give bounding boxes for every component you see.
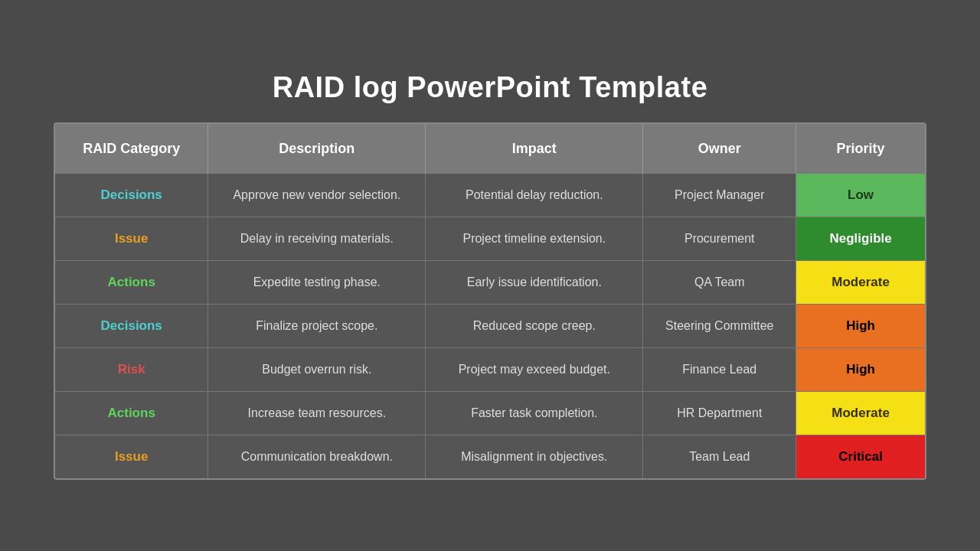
category-label: Decisions [101, 187, 162, 202]
priority-cell: High [796, 305, 925, 348]
table-row: IssueDelay in receiving materials.Projec… [55, 217, 925, 261]
description-cell: Finalize project scope. [208, 305, 426, 348]
priority-cell: Moderate [796, 261, 925, 305]
owner-cell: Team Lead [643, 435, 796, 479]
priority-badge: High [796, 348, 925, 391]
table-header-row: RAID Category Description Impact Owner P… [55, 124, 925, 174]
priority-badge: Moderate [796, 392, 925, 435]
category-cell: Actions [55, 261, 208, 305]
header-priority: Priority [796, 124, 925, 174]
category-label: Risk [118, 362, 145, 377]
impact-cell: Potential delay reduction. [426, 174, 643, 217]
table-row: ActionsIncrease team resources.Faster ta… [55, 392, 925, 435]
priority-badge: High [796, 305, 925, 347]
table-row: IssueCommunication breakdown.Misalignmen… [55, 435, 925, 479]
table-row: ActionsExpedite testing phase.Early issu… [55, 261, 925, 305]
category-label: Issue [115, 449, 148, 464]
category-cell: Issue [55, 435, 208, 479]
description-cell: Communication breakdown. [208, 435, 426, 479]
table-container: RAID Category Description Impact Owner P… [54, 122, 926, 480]
impact-cell: Reduced scope creep. [426, 305, 643, 348]
category-label: Actions [108, 406, 155, 420]
description-cell: Increase team resources. [208, 392, 426, 435]
description-cell: Delay in receiving materials. [208, 217, 426, 261]
header-impact: Impact [426, 124, 643, 174]
owner-cell: Steering Committee [643, 305, 796, 348]
owner-cell: QA Team [643, 261, 796, 305]
description-cell: Approve new vendor selection. [208, 174, 426, 217]
owner-cell: HR Department [643, 392, 796, 435]
impact-cell: Early issue identification. [426, 261, 643, 305]
category-cell: Issue [55, 217, 208, 261]
owner-cell: Project Manager [643, 174, 796, 217]
priority-cell: Critical [796, 435, 925, 479]
category-label: Actions [108, 275, 155, 289]
table-row: DecisionsApprove new vendor selection.Po… [55, 174, 925, 217]
page-title: RAID log PowerPoint Template [273, 71, 708, 104]
category-label: Decisions [101, 318, 162, 333]
priority-cell: Low [796, 174, 925, 217]
raid-table: RAID Category Description Impact Owner P… [55, 124, 925, 478]
description-cell: Budget overrun risk. [208, 348, 426, 392]
category-cell: Actions [55, 392, 208, 435]
priority-cell: Negligible [796, 217, 925, 261]
category-cell: Decisions [55, 305, 208, 348]
owner-cell: Procurement [643, 217, 796, 261]
impact-cell: Misalignment in objectives. [426, 435, 643, 479]
priority-badge: Low [796, 174, 925, 217]
priority-cell: Moderate [796, 392, 925, 435]
impact-cell: Faster task completion. [426, 392, 643, 435]
category-label: Issue [115, 231, 148, 246]
priority-badge: Critical [796, 435, 925, 478]
owner-cell: Finance Lead [643, 348, 796, 392]
description-cell: Expedite testing phase. [208, 261, 426, 305]
table-body: DecisionsApprove new vendor selection.Po… [55, 174, 925, 478]
priority-cell: High [796, 348, 925, 392]
impact-cell: Project timeline extension. [426, 217, 643, 261]
table-row: DecisionsFinalize project scope.Reduced … [55, 305, 925, 348]
header-owner: Owner [643, 124, 796, 174]
priority-badge: Moderate [796, 261, 925, 304]
impact-cell: Project may exceed budget. [426, 348, 643, 392]
header-category: RAID Category [55, 124, 208, 174]
header-description: Description [208, 124, 426, 174]
table-row: RiskBudget overrun risk.Project may exce… [55, 348, 925, 392]
priority-badge: Negligible [796, 217, 925, 260]
category-cell: Decisions [55, 174, 208, 217]
category-cell: Risk [55, 348, 208, 392]
